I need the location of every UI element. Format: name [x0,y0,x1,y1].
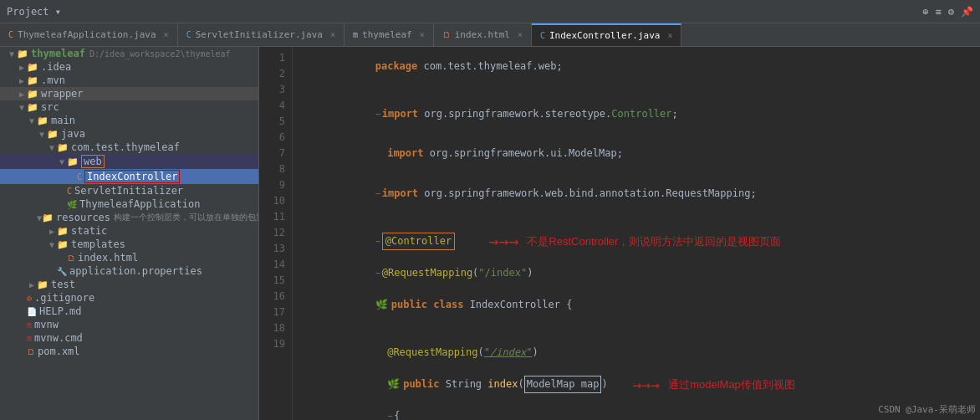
fold-7: − [375,233,380,249]
sidebar-thymeleafapp[interactable]: 🌿 ThymeleafApplication [0,197,258,211]
main-content: ▼ 📁 thymeleaf D:/idea_workspace2\thymele… [0,47,980,420]
code-line-8: − @RequestMapping("/index") [303,257,980,289]
xml-icon: 🗋 [27,347,35,356]
folder-wrapper: 📁 [27,89,38,100]
ret-type: String [440,376,482,392]
import3: org.springframework.web.bind.annotation.… [418,186,757,202]
reqmap-param: ( [472,265,478,281]
ann-controller-box: @Controller [382,233,455,250]
fold-5: − [375,186,380,202]
sidebar-templates[interactable]: ▼ 📁 templates [0,238,258,251]
ann-controller: @Controller [385,235,452,247]
cls-modelmap: ModelMap [527,378,575,390]
sidebar-servletinitializer[interactable]: C ServletInitializer [0,184,258,197]
folder-pkg: 📁 [57,142,69,153]
sidebar-helpmd[interactable]: 📄 HELP.md [0,305,258,318]
folder-icon-root: 📁 [17,49,28,59]
toolbar-icons[interactable]: ⊕ ≡ ⚙ 📌 [922,6,973,18]
sidebar-web[interactable]: ▼ 📁 web [0,154,258,169]
folder-idea: 📁 [27,62,38,73]
kw-import1: import [382,106,418,122]
sidebar-package[interactable]: ▼ 📁 com.test.thymeleaf [0,141,258,154]
code-line-6 [303,209,980,225]
tab-thymeleaf[interactable]: m thymeleaf × [345,23,434,46]
paren-close: ) [601,376,607,392]
root-path: D:/idea_workspace2\thymeleaf [89,49,231,59]
spring-icon2: 🌿 [387,376,400,392]
html-file-icon: 🗋 [67,254,75,263]
cmd-label: mvnw.cmd [34,332,83,344]
import2: org.springframework.ui.ModelMap; [424,146,623,161]
sidebar-index-html[interactable]: 🗋 index.html [0,251,258,264]
sidebar-src[interactable]: ▼ 📁 src [0,100,258,114]
md-icon: 📄 [27,307,37,316]
java-file-icon2: C [67,187,72,196]
sidebar-mvnw[interactable]: m mvnw [0,318,258,331]
sidebar-indexcontroller[interactable]: C IndexController [0,169,258,184]
templates-label: templates [71,238,125,250]
tab-indexcontroller[interactable]: C IndexController.java × [532,23,682,46]
code-line-2 [303,82,980,98]
sidebar-wrapper[interactable]: ▶ 📁 wrapper [0,87,258,100]
arrow-wrapper: ▶ [17,90,27,99]
static-label: static [71,225,107,237]
watermark: CSDN @Java-呆萌老师 [878,403,976,416]
sidebar: ▼ 📁 thymeleaf D:/idea_workspace2\thymele… [0,47,259,420]
sidebar-mvn[interactable]: ▶ 📁 .mvn [0,74,258,87]
fold-13: − [387,408,392,421]
ann-reqmap: @RequestMapping [382,265,472,281]
collapse-icon[interactable]: ≡ [936,6,942,18]
sidebar-test[interactable]: ▶ 📁 test [0,278,258,291]
brace-open: { [394,408,400,421]
tab-servletinitializer[interactable]: C ServletInitializer.java × [178,23,345,46]
arrow-templates: ▼ [47,240,57,249]
sidebar-static[interactable]: ▶ 📁 static [0,224,258,238]
code-line-3: − import org.springframework.stereotype.… [303,98,980,130]
test-label: test [51,279,75,290]
ic-label: IndexController [84,170,180,183]
ap-label: application.properties [69,265,202,277]
sidebar-main[interactable]: ▼ 📁 main [0,114,258,127]
top-bar: Project ▾ ⊕ ≡ ⚙ 📌 [0,0,980,23]
sidebar-java[interactable]: ▼ 📁 java [0,127,258,141]
paren-open: ( [518,376,523,392]
main-label: main [51,115,75,126]
sidebar-root[interactable]: ▼ 📁 thymeleaf D:/idea_workspace2\thymele… [0,47,258,60]
ih-label: index.html [78,252,138,264]
arrow-modelmap: →→→ [633,376,661,392]
mvn-label: .mvn [41,74,65,86]
tab-thymeleafapplication[interactable]: C ThymeleafApplication.java × [0,23,178,46]
web-label: web [81,155,105,168]
tab-index-html[interactable]: 🗋 index.html × [434,23,532,46]
sidebar-resources[interactable]: ▼ 📁 resources 构建一个控制层类，可以放在单独的包里面 [0,211,258,224]
arrow-idea: ▶ [17,63,27,72]
sidebar-gitignore[interactable]: ⊙ .gitignore [0,291,258,305]
kw-import3: import [382,186,418,202]
code-line-1: package com.test.thymeleaf.web; [303,50,980,82]
sidebar-appprops[interactable]: 🔧 application.properties [0,264,258,278]
tab-close-icon4[interactable]: × [518,30,523,39]
folder-test: 📁 [37,279,48,290]
tab-close-icon2[interactable]: × [330,30,335,39]
tab-close-icon3[interactable]: × [420,30,425,39]
arrow-web: ▼ [57,157,67,166]
tab-label5: IndexController.java [549,30,660,41]
sidebar-idea[interactable]: ▶ 📁 .idea [0,60,258,74]
mvnw-label: mvnw [34,319,59,330]
param-name: map [574,378,599,390]
tab-close-icon5[interactable]: × [667,31,672,40]
line-numbers: 12345 678910 1112131415 16171819 [259,47,293,420]
settings-icon[interactable]: ⊕ [922,6,928,18]
wrapper-label: wrapper [41,88,84,100]
code-line-5: − import org.springframework.web.bind.an… [303,177,980,209]
pin-icon[interactable]: 📌 [961,6,973,18]
sidebar-pomxml[interactable]: 🗋 pom.xml [0,345,258,358]
gear-icon[interactable]: ⚙ [948,6,954,18]
tab-close-icon[interactable]: × [164,30,169,39]
pkg-label: com.test.thymeleaf [71,141,180,153]
code-line-9: 🌿 public class IndexController { [303,289,980,320]
arrow-icon: ▼ [7,49,17,59]
sidebar-mvnwcmd[interactable]: m mvnw.cmd [0,331,258,345]
arrow-mvn: ▶ [17,76,27,85]
tab-bar: C ThymeleafApplication.java × C ServletI… [0,23,980,47]
